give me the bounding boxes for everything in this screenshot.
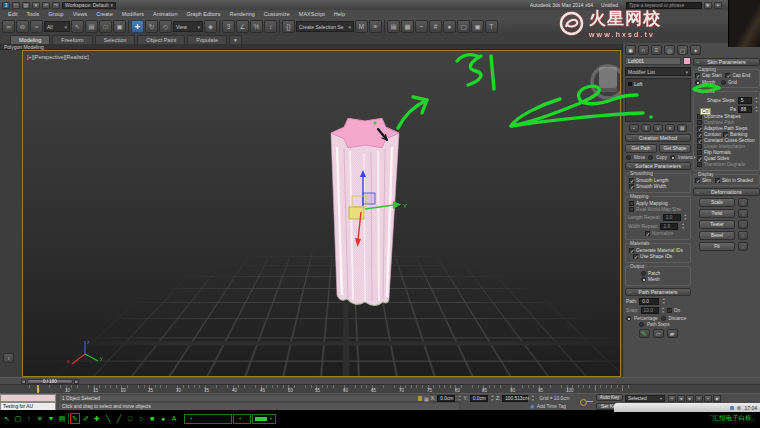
angle-snap-icon[interactable]: ∠ xyxy=(236,20,249,33)
scale-deformation-button[interactable]: Scale xyxy=(699,198,735,207)
lock-selection-icon[interactable] xyxy=(418,396,422,401)
tray-icon[interactable] xyxy=(730,406,734,410)
annotate-board-icon[interactable]: ▢ xyxy=(13,413,23,424)
next-shape-icon[interactable]: ▰ xyxy=(667,329,678,338)
rectangular-selection-region-icon[interactable]: □ xyxy=(99,20,112,33)
get-shape-button[interactable]: Get Shape xyxy=(659,144,691,153)
render-setup-icon[interactable]: ▢ xyxy=(457,20,470,33)
select-and-rotate-icon[interactable]: ↻ xyxy=(145,20,158,33)
annotate-filled-ellipse-icon[interactable]: ● xyxy=(158,413,168,424)
pen-width-dropdown[interactable] xyxy=(184,414,232,424)
percentage-radio[interactable] xyxy=(626,316,631,321)
path-steps-radio[interactable] xyxy=(639,322,644,327)
previous-key-icon[interactable]: ◄ xyxy=(677,395,685,402)
menu-create[interactable]: Create xyxy=(96,11,113,17)
transform-degrade-checkbox[interactable] xyxy=(697,162,702,167)
make-unique-icon[interactable]: ∨ xyxy=(653,124,663,132)
search-icon[interactable]: ✱ xyxy=(704,2,712,9)
teeter-toggle-icon[interactable]: ○ xyxy=(738,220,748,229)
ribbon-tab-freeform[interactable]: Freeform xyxy=(52,35,92,44)
absolute-mode-icon[interactable]: ▦ xyxy=(424,396,429,402)
modifier-list-dropdown[interactable]: Modifier List xyxy=(625,67,691,76)
skin-parameters-rollout[interactable]: −Skin Parameters xyxy=(693,58,760,66)
creation-method-rollout[interactable]: −Creation Method xyxy=(625,134,691,142)
workspace-dropdown[interactable]: Workspace: Default xyxy=(62,2,116,9)
banking-checkbox[interactable] xyxy=(723,132,728,137)
named-selection-sets-dropdown[interactable]: Create Selection Se xyxy=(296,21,354,32)
create-tab-icon[interactable]: ✱ xyxy=(625,45,636,55)
menu-help[interactable]: Help xyxy=(334,11,345,17)
contour-checkbox[interactable] xyxy=(697,132,702,137)
ribbon-tab-selection[interactable]: Selection xyxy=(95,35,136,44)
width-repeat-field[interactable]: 1.0 xyxy=(660,223,678,230)
object-color-swatch[interactable] xyxy=(683,57,691,65)
window-crossing-icon[interactable]: ▣ xyxy=(113,20,126,33)
menu-edit[interactable]: Edit xyxy=(8,11,17,17)
perspective-viewport[interactable]: [+][Perspective][Realistic] xyxy=(22,50,621,377)
linear-interpolation-checkbox[interactable] xyxy=(697,144,702,149)
path-steps-field[interactable]: 88 xyxy=(738,106,752,113)
spinner-snap-icon[interactable]: ↕ xyxy=(264,20,277,33)
move-radio[interactable] xyxy=(626,155,631,160)
modifier-stack[interactable]: Loft xyxy=(625,78,691,122)
select-and-scale-icon[interactable]: ◇ xyxy=(159,20,172,33)
go-to-start-icon[interactable]: « xyxy=(668,395,676,402)
generate-material-ids-checkbox[interactable] xyxy=(629,248,634,253)
play-icon[interactable]: ► xyxy=(686,395,694,402)
path-value-field[interactable]: 0.0 xyxy=(639,298,659,305)
select-by-name-icon[interactable]: ▤ xyxy=(85,20,98,33)
quad-sides-checkbox[interactable] xyxy=(697,156,702,161)
annotate-close-icon[interactable]: ✕ xyxy=(35,413,45,424)
schematic-view-icon[interactable]: # xyxy=(429,20,442,33)
stack-item-loft[interactable]: Loft xyxy=(634,81,642,87)
apply-mapping-checkbox[interactable] xyxy=(629,201,634,206)
viewport-label[interactable]: [+][Perspective][Realistic] xyxy=(27,54,89,60)
strip-expand-icon[interactable]: ‹ xyxy=(3,353,14,363)
y-coordinate-field[interactable]: 0.0cm xyxy=(470,395,488,402)
use-shape-ids-checkbox[interactable] xyxy=(633,254,638,259)
x-coordinate-field[interactable]: 0.0cm xyxy=(437,395,455,402)
go-to-end-icon[interactable]: « xyxy=(704,395,712,402)
snap-on-checkbox[interactable] xyxy=(667,308,672,313)
motion-tab-icon[interactable]: ◎ xyxy=(664,45,675,55)
menu-animation[interactable]: Animation xyxy=(153,11,177,17)
remove-modifier-icon[interactable]: ✕ xyxy=(665,124,675,132)
reference-coordinate-dropdown[interactable]: View xyxy=(173,21,203,32)
ribbon-tab-object-paint[interactable]: Object Paint xyxy=(137,35,185,44)
viewcube[interactable] xyxy=(586,56,621,106)
shape-steps-field[interactable]: 5 xyxy=(738,97,752,104)
annotate-line-icon[interactable]: ╲ xyxy=(103,413,113,424)
add-time-tag[interactable]: Add Time Tag xyxy=(537,404,566,409)
layer-manager-icon[interactable]: ▤ xyxy=(387,20,400,33)
twist-toggle-icon[interactable]: ○ xyxy=(738,209,748,218)
search-input[interactable]: Type a keyword or phrase xyxy=(626,2,702,9)
menu-group[interactable]: Group xyxy=(48,11,63,17)
use-pivot-point-icon[interactable]: ◈ xyxy=(204,20,217,33)
edit-named-selection-sets-icon[interactable]: {} xyxy=(282,20,295,33)
surface-parameters-rollout[interactable]: −Surface Parameters xyxy=(625,162,691,170)
annotate-ellipse-icon[interactable]: ○ xyxy=(136,413,146,424)
auto-key-button[interactable]: Auto Key xyxy=(596,394,623,401)
smooth-length-checkbox[interactable] xyxy=(629,178,634,183)
pick-shape-icon[interactable]: ✎ xyxy=(639,329,650,338)
graphite-ribbon-icon[interactable]: ▦ xyxy=(401,20,414,33)
snap-value-field[interactable]: 10.0 xyxy=(641,307,659,314)
display-tab-icon[interactable]: ▢ xyxy=(677,45,688,55)
instance-radio[interactable] xyxy=(670,155,675,160)
annotate-pen-icon[interactable]: ✎ xyxy=(70,413,80,424)
constant-cross-section-checkbox[interactable] xyxy=(697,138,702,143)
annotate-text-icon[interactable]: A xyxy=(169,413,179,424)
real-world-map-checkbox[interactable] xyxy=(629,207,634,212)
macro-recorder-field[interactable] xyxy=(0,394,56,402)
polygon-modeling-tab[interactable]: Polygon Modeling xyxy=(4,44,44,50)
pen-style-dropdown[interactable] xyxy=(233,414,251,424)
menu-modifiers[interactable]: Modifiers xyxy=(122,11,144,17)
menu-views[interactable]: Views xyxy=(73,11,88,17)
select-object-icon[interactable]: ↖ xyxy=(71,20,84,33)
cap-start-checkbox[interactable] xyxy=(695,73,700,78)
rendered-frame-icon[interactable]: ▣ xyxy=(471,20,484,33)
adaptive-path-steps-checkbox[interactable] xyxy=(697,126,702,131)
menu-customize[interactable]: Customize xyxy=(264,11,290,17)
timeline-ruler[interactable]: 5 10 15 20 25 30 35 40 45 50 55 60 65 70… xyxy=(0,384,760,393)
patch-radio[interactable] xyxy=(641,271,646,276)
